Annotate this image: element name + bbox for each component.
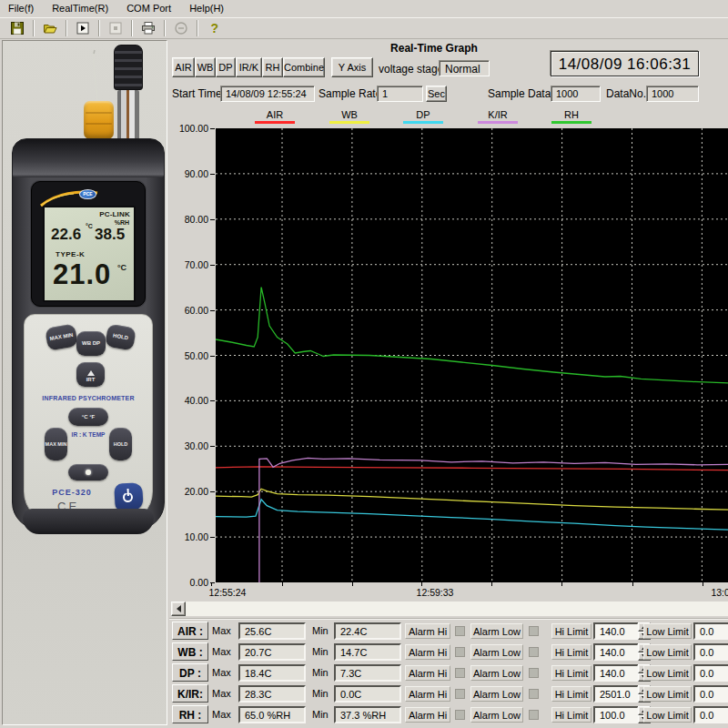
row-label-air[interactable]: AIR :: [172, 622, 208, 640]
channel-button-irk[interactable]: IR/K: [236, 57, 262, 77]
app-window: File(f) RealTime(R) COM Port Help(H): [0, 0, 728, 728]
data-no-field[interactable]: 1000: [646, 86, 699, 102]
rh-hi-limit-input[interactable]: 100.0: [593, 706, 639, 723]
lcd-main-temp: 21.0: [53, 258, 111, 291]
sample-rate-field[interactable]: 1: [377, 86, 423, 102]
air-low-limit-input[interactable]: 0.0: [693, 622, 728, 640]
table-row-kir: K/IR: Max 28.3C Min 0.0C Alarm Hi Alarm …: [169, 684, 728, 703]
disconnect-button[interactable]: [168, 18, 194, 38]
y-axis-tick: [210, 128, 215, 129]
sample-data-label: Sample Data: [488, 87, 551, 100]
kir-low-limit-input[interactable]: 0.0: [693, 685, 728, 703]
voltage-stage-value: Normal: [439, 60, 490, 76]
alarm-hi-indicator: [455, 626, 465, 636]
sample-data-field[interactable]: 1000: [551, 86, 601, 102]
row-label-wb[interactable]: WB :: [172, 642, 208, 661]
open-button[interactable]: [37, 18, 63, 38]
y-axis-tick: [210, 537, 215, 538]
realtime-chart: [216, 128, 728, 582]
current-datetime-display: 14/08/09 16:06:31: [551, 51, 699, 76]
y-axis-label: 10.00: [169, 531, 208, 542]
kir-min-value: 0.0C: [334, 685, 401, 703]
x-axis-label: 13:0: [711, 587, 728, 598]
device-product-label: INFRARED PSYCHROMETER: [25, 395, 152, 401]
open-folder-icon: [43, 21, 57, 35]
min-label: Min: [312, 709, 329, 720]
device-hold-button: HOLD: [105, 323, 136, 350]
legend-dp-label: DP: [416, 109, 430, 120]
menu-file[interactable]: File(f): [8, 0, 34, 17]
menu-realtime[interactable]: RealTime(R): [52, 0, 108, 17]
dp-min-value: 7.3C: [334, 664, 401, 682]
y-axis-tick: [210, 400, 215, 401]
print-button[interactable]: [136, 18, 161, 38]
save-button[interactable]: [5, 18, 30, 38]
y-axis-button[interactable]: Y Axis: [331, 57, 373, 77]
stop-button[interactable]: [103, 18, 128, 38]
min-label: Min: [312, 667, 329, 678]
row-label-rh[interactable]: RH :: [172, 705, 208, 723]
channel-button-wb[interactable]: WB: [195, 57, 216, 77]
device-unit-button: °C °F: [68, 408, 108, 426]
lcd-temp-unit: °C: [86, 223, 93, 229]
low-limit-label: Low Limit: [643, 665, 692, 681]
legend-dp: DP: [400, 109, 446, 124]
alarm-hi-label: Alarm Hi: [405, 686, 450, 702]
alarm-hi-label: Alarm Hi: [405, 707, 450, 723]
x-axis-tick: [352, 582, 353, 586]
rh-low-limit-input[interactable]: 0.0: [693, 706, 728, 723]
alarm-hi-label: Alarm Hi: [405, 623, 450, 639]
legend-kir-color: [478, 121, 518, 124]
toolbar-separator: [131, 20, 133, 36]
device-photo-panel: PCE PC-LINK 22.6 °C 38.5 %RH TYPE-K 21.0…: [2, 40, 167, 725]
dp-low-limit-input[interactable]: 0.0: [693, 664, 728, 682]
menu-com-port[interactable]: COM Port: [126, 0, 171, 17]
device-bottom-bumper: [23, 509, 154, 534]
hi-limit-label: Hi Limit: [551, 686, 592, 702]
channel-button-rh[interactable]: RH: [262, 57, 283, 77]
toolbar-separator: [164, 20, 166, 36]
toolbar: ?: [0, 17, 728, 39]
toolbar-separator: [197, 20, 198, 36]
x-axis-tick: [282, 582, 283, 586]
y-axis-tick: [210, 219, 215, 220]
menu-help[interactable]: Help(H): [189, 0, 224, 17]
horizontal-scrollbar[interactable]: [171, 602, 728, 616]
low-limit-label: Low Limit: [643, 644, 692, 660]
wb-min-value: 14.7C: [334, 643, 401, 661]
row-label-kir[interactable]: K/IR:: [172, 684, 208, 703]
low-limit-label: Low Limit: [643, 686, 692, 702]
save-icon: [10, 21, 25, 35]
channel-button-dp[interactable]: DP: [216, 57, 236, 77]
wb-hi-limit-input[interactable]: 140.0: [593, 643, 639, 661]
y-axis-tick: [210, 265, 215, 266]
laser-warning-icon: [87, 367, 95, 376]
x-axis-tick: [421, 582, 422, 586]
device-irk-temp-label: IR : K TEMP: [68, 431, 108, 439]
hi-limit-label: Hi Limit: [551, 707, 592, 723]
channel-button-air[interactable]: AIR: [172, 57, 195, 77]
start-time-field[interactable]: 14/08/09 12:55:24: [220, 86, 315, 102]
legend-wb-label: WB: [341, 109, 358, 120]
y-axis-tick: [210, 174, 215, 175]
y-axis-label: 100.00: [169, 123, 208, 134]
table-row-dp: DP : Max 18.4C Min 7.3C Alarm Hi Alarm L…: [169, 663, 728, 682]
channel-button-combine[interactable]: Combine: [283, 57, 325, 77]
start-button[interactable]: [70, 18, 96, 38]
row-label-dp[interactable]: DP :: [172, 663, 208, 682]
sec-button[interactable]: Sec: [426, 86, 447, 102]
plug-crease: [86, 123, 112, 125]
wb-low-limit-input[interactable]: 0.0: [693, 643, 728, 661]
y-axis-label: 50.00: [169, 350, 208, 361]
kir-hi-limit-input[interactable]: 2501.0: [593, 685, 639, 703]
air-max-value: 25.6C: [238, 622, 306, 640]
scrollbar-left-arrow[interactable]: [171, 602, 186, 616]
min-label: Min: [312, 625, 329, 636]
y-axis-label: 40.00: [169, 395, 208, 406]
help-button[interactable]: ?: [201, 18, 227, 38]
dp-hi-limit-input[interactable]: 140.0: [593, 664, 639, 682]
alarm-low-indicator: [529, 647, 539, 657]
plot-area: [216, 128, 728, 582]
air-hi-limit-input[interactable]: 140.0: [593, 622, 639, 640]
low-limit-label: Low Limit: [643, 623, 692, 639]
